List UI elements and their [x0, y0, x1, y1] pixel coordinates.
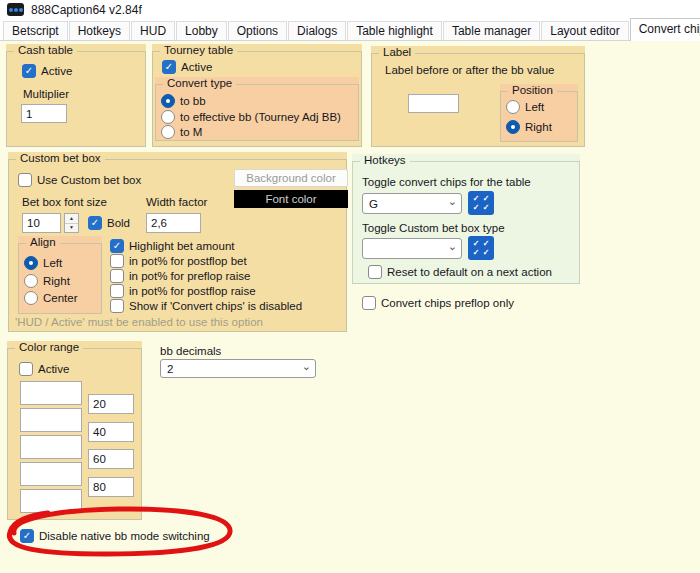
font-size-input[interactable] — [22, 213, 61, 233]
width-factor-input[interactable] — [146, 213, 201, 233]
font-color-button[interactable]: Font color — [234, 190, 348, 208]
color-range-title: Color range — [15, 341, 83, 353]
check-icon: ✓ — [165, 62, 173, 72]
label-panel: Label Label before or after the bb value… — [371, 46, 585, 147]
color-swatch-3[interactable] — [20, 435, 82, 459]
pot-preflop-raise-label: in pot% for preflop raise — [129, 270, 250, 282]
position-title: Position — [508, 84, 557, 96]
tab-table-highlight[interactable]: Table highlight — [347, 21, 442, 40]
color-swatch-1[interactable] — [20, 381, 82, 405]
check-icon: ✓ — [23, 531, 31, 541]
toggle-bet-box-hotkey-modifier-button[interactable]: ✓✓✓✓ — [468, 236, 494, 260]
radio-position-right-label: Right — [525, 121, 552, 133]
radio-to-bb-label: to bb — [180, 95, 206, 107]
tourney-active-label: Active — [181, 61, 212, 73]
chevron-down-icon: ⌄ — [448, 196, 457, 207]
toggle-table-hotkey-select[interactable]: G ⌄ — [362, 193, 462, 214]
font-size-spinner[interactable]: ▲ ▼ — [64, 213, 79, 233]
radio-to-m-label: to M — [180, 126, 202, 138]
toggle-table-hotkey-value: G — [369, 198, 378, 210]
app-window: 888Caption64 v2.84f Betscript Hotkeys HU… — [0, 0, 700, 573]
color-swatch-5[interactable] — [20, 489, 82, 513]
bold-checkbox[interactable]: ✓ — [88, 216, 102, 230]
convert-preflop-checkbox[interactable] — [362, 296, 376, 310]
check-icon: ✓ — [113, 241, 121, 251]
radio-position-left[interactable] — [506, 100, 520, 114]
tab-lobby[interactable]: Lobby — [176, 21, 227, 40]
width-factor-label: Width factor — [146, 196, 207, 208]
color-range-active-checkbox[interactable] — [19, 362, 33, 376]
bb-decimals-label: bb decimals — [160, 345, 221, 357]
tourney-active-checkbox[interactable]: ✓ — [162, 60, 176, 74]
radio-to-effective-bb[interactable] — [161, 110, 175, 124]
convert-chips-page: Cash table ✓ Active Multiplier Tourney t… — [0, 41, 700, 573]
toggle-table-hotkey-modifier-button[interactable]: ✓✓✓✓ — [468, 191, 494, 215]
tab-layout-editor[interactable]: Layout editor — [541, 21, 628, 40]
background-color-button[interactable]: Background color — [234, 169, 348, 187]
radio-to-bb[interactable] — [161, 94, 175, 108]
cash-table-title: Cash table — [14, 44, 77, 56]
cash-active-checkbox[interactable]: ✓ — [22, 64, 36, 78]
radio-position-left-label: Left — [525, 101, 544, 113]
align-group: Align Left Right Center — [18, 236, 102, 314]
pot-postflop-raise-checkbox[interactable] — [110, 284, 124, 298]
hud-active-note: 'HUD / Active' must be enabled to use th… — [15, 316, 263, 328]
threshold-input-60[interactable] — [88, 449, 134, 469]
color-swatch-2[interactable] — [20, 408, 82, 432]
bold-label: Bold — [107, 217, 130, 229]
custom-bet-box-title: Custom bet box — [16, 152, 105, 164]
use-custom-bet-box-checkbox[interactable] — [18, 173, 32, 187]
custom-bet-box-panel: Custom bet box Use Custom bet box Backgr… — [8, 152, 347, 332]
tab-hotkeys[interactable]: Hotkeys — [69, 21, 130, 40]
threshold-input-20[interactable] — [88, 394, 134, 414]
tab-convert-chips[interactable]: Convert chips — [630, 18, 700, 41]
convert-type-group: Convert type to bb to effective bb (Tour… — [155, 77, 359, 141]
radio-align-left[interactable] — [24, 256, 38, 270]
radio-position-right[interactable] — [506, 120, 520, 134]
title-bar: 888Caption64 v2.84f — [0, 0, 700, 19]
pot-preflop-raise-checkbox[interactable] — [110, 269, 124, 283]
tab-dialogs[interactable]: Dialogs — [288, 21, 346, 40]
cash-table-panel: Cash table ✓ Active Multiplier — [6, 44, 146, 147]
multiplier-input[interactable] — [21, 104, 67, 123]
tab-table-manager[interactable]: Table manager — [443, 21, 540, 40]
tab-hud[interactable]: HUD — [131, 21, 175, 40]
radio-align-right[interactable] — [24, 274, 38, 288]
position-group: Position Left Right — [500, 84, 578, 142]
toggle-table-hotkey-label: Toggle convert chips for the table — [362, 176, 531, 188]
pot-postflop-bet-checkbox[interactable] — [110, 254, 124, 268]
bb-decimals-select[interactable]: 2 ⌄ — [160, 359, 316, 378]
radio-to-effective-bb-label: to effective bb (Tourney Adj BB) — [180, 111, 341, 123]
label-panel-title: Label — [379, 46, 415, 58]
tab-bar: Betscript Hotkeys HUD Lobby Options Dial… — [0, 19, 700, 41]
check-icon: ✓ — [91, 218, 99, 228]
bb-decimals-value: 2 — [167, 363, 173, 375]
reset-default-checkbox[interactable] — [368, 265, 382, 279]
disable-native-bb-label: Disable native bb mode switching — [39, 530, 210, 542]
toggle-bet-box-hotkey-select[interactable]: ⌄ — [362, 238, 462, 259]
align-title: Align — [26, 236, 60, 248]
label-text-input[interactable] — [408, 94, 459, 113]
tourney-table-panel: Tourney table ✓ Active Convert type to b… — [152, 44, 362, 147]
radio-to-m[interactable] — [161, 125, 175, 139]
spinner-down-icon[interactable]: ▼ — [65, 224, 78, 233]
multi-check-icon: ✓✓✓✓ — [471, 239, 491, 257]
disable-native-bb-checkbox[interactable]: ✓ — [20, 529, 34, 543]
color-swatch-4[interactable] — [20, 462, 82, 486]
radio-align-center[interactable] — [24, 291, 38, 305]
spinner-up-icon[interactable]: ▲ — [65, 214, 78, 224]
tab-betscript[interactable]: Betscript — [3, 21, 68, 40]
highlight-bet-amount-checkbox[interactable]: ✓ — [110, 239, 124, 253]
threshold-input-80[interactable] — [88, 477, 134, 497]
show-if-disabled-label: Show if 'Convert chips' is disabled — [129, 300, 302, 312]
tab-options[interactable]: Options — [228, 21, 287, 40]
toggle-bet-box-hotkey-label: Toggle Custom bet box type — [362, 222, 505, 234]
highlight-bet-amount-label: Highlight bet amount — [129, 240, 234, 252]
multiplier-label: Multiplier — [23, 88, 69, 100]
threshold-input-40[interactable] — [88, 422, 134, 442]
convert-preflop-label: Convert chips preflop only — [381, 297, 514, 309]
multi-check-icon: ✓✓✓✓ — [471, 194, 491, 212]
show-if-disabled-checkbox[interactable] — [110, 299, 124, 313]
chevron-down-icon: ⌄ — [448, 241, 457, 252]
pot-postflop-raise-label: in pot% for postflop raise — [129, 285, 256, 297]
